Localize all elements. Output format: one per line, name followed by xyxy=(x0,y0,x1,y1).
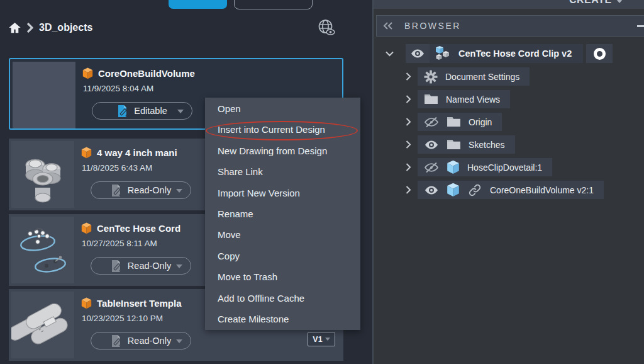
menu-item-share-link[interactable]: Share Link xyxy=(205,161,360,182)
editable-pencil-icon xyxy=(117,105,129,118)
chevron-right-icon[interactable] xyxy=(404,95,413,103)
design-title: CenTec Hose Cord xyxy=(97,223,180,234)
menu-item-new-drawing-from-design[interactable]: New Drawing from Design xyxy=(205,140,360,161)
design-thumbnail-plates xyxy=(11,292,74,358)
browser-row-hoseclipdovetail[interactable]: HoseClipDovetail:1 xyxy=(404,158,552,176)
tree-item-label: HoseClipDovetail:1 xyxy=(467,162,542,173)
browser-panel-title: BROWSER xyxy=(404,21,461,31)
menu-item-move[interactable]: Move xyxy=(205,224,360,245)
browser-row-document-settings[interactable]: Document Settings xyxy=(404,67,530,86)
activate-component-radio[interactable] xyxy=(586,44,613,63)
folder-icon xyxy=(424,93,438,105)
design-cube-icon xyxy=(82,67,93,79)
browser-row-root[interactable]: CenTec Hose Cord Clip v2 xyxy=(385,44,613,63)
access-label: Read-Only xyxy=(128,261,171,271)
minimize-panel-icon[interactable] xyxy=(637,25,644,27)
caret-down-icon xyxy=(616,0,623,3)
design-cube-icon xyxy=(81,222,92,234)
design-thumbnail-manifold xyxy=(11,141,74,208)
visibility-eye-icon[interactable] xyxy=(424,140,439,150)
assembly-icon xyxy=(435,45,451,62)
create-menu-label: CREATE xyxy=(569,0,612,6)
design-cube-icon xyxy=(81,147,92,159)
tree-item-label: Sketches xyxy=(469,140,505,150)
browser-row-sketches[interactable]: Sketches xyxy=(404,135,515,154)
folder-icon xyxy=(447,116,461,128)
body-cube-icon xyxy=(447,183,460,197)
readonly-pencil-icon xyxy=(111,184,123,197)
secondary-action-button[interactable] xyxy=(234,0,313,9)
chevron-right-icon[interactable] xyxy=(404,118,413,126)
access-label: Read-Only xyxy=(128,185,171,195)
menu-item-open[interactable]: Open xyxy=(205,98,360,119)
access-dropdown[interactable]: Read-Only xyxy=(91,332,191,350)
design-date: 11/9/2025 8:04 AM xyxy=(83,84,342,93)
menu-item-move-to-trash[interactable]: Move to Trash xyxy=(205,266,360,287)
tree-item-label: Origin xyxy=(469,117,492,127)
tree-item-label: CoreOneBuildVolume v2:1 xyxy=(490,185,594,195)
home-icon[interactable] xyxy=(9,23,21,33)
browser-panel-header[interactable]: BROWSER xyxy=(376,15,644,37)
main-toolbar: CREATE xyxy=(372,0,644,9)
breadcrumb: 3D_objects xyxy=(9,20,92,35)
menu-item-copy[interactable]: Copy xyxy=(205,246,360,266)
access-dropdown[interactable]: Read-Only xyxy=(91,257,191,275)
fusion-data-panel-screen: 3D_objects CoreOneBuil xyxy=(0,0,644,364)
design-context-menu: Open Insert into Current Design New Draw… xyxy=(205,98,360,330)
version-label: V1 xyxy=(313,335,322,344)
menu-item-insert-into-current-design[interactable]: Insert into Current Design xyxy=(205,119,360,140)
readonly-pencil-icon xyxy=(111,334,123,348)
create-menu[interactable]: CREATE xyxy=(569,0,623,6)
caret-down-icon xyxy=(176,339,182,343)
design-title: CoreOneBuildVolume xyxy=(98,68,195,79)
panel-divider xyxy=(372,0,374,364)
readonly-pencil-icon xyxy=(111,259,123,273)
design-cube-icon xyxy=(81,297,92,309)
gear-icon xyxy=(424,70,438,84)
chevron-right-icon[interactable] xyxy=(404,163,413,171)
body-cube-icon xyxy=(447,160,460,174)
browser-row-coreonebuildvolume[interactable]: CoreOneBuildVolume v2:1 xyxy=(404,181,604,199)
folder-icon xyxy=(447,139,461,151)
menu-item-add-to-offline-cache[interactable]: Add to Offline Cache xyxy=(205,288,360,309)
tree-item-label: Document Settings xyxy=(445,72,519,82)
browser-row-origin[interactable]: Origin xyxy=(404,113,502,131)
visibility-eye-icon[interactable] xyxy=(406,44,430,63)
visibility-off-eye-icon[interactable] xyxy=(424,117,439,128)
web-view-icon[interactable] xyxy=(317,19,336,37)
design-thumbnail xyxy=(13,62,75,128)
tree-item-label: Named Views xyxy=(446,94,500,105)
chevron-right-icon[interactable] xyxy=(404,186,413,194)
caret-down-icon xyxy=(177,110,184,113)
breadcrumb-folder[interactable]: 3D_objects xyxy=(39,22,92,33)
chevron-right-icon[interactable] xyxy=(404,140,413,149)
design-title: TableInsert Templa xyxy=(97,298,181,309)
caret-down-icon xyxy=(176,189,182,193)
breadcrumb-chevron-icon xyxy=(26,23,33,33)
menu-item-create-milestone[interactable]: Create Milestone xyxy=(205,309,360,329)
design-thumbnail-sketch xyxy=(11,217,74,283)
menu-item-import-new-version[interactable]: Import New Version xyxy=(205,183,360,203)
visibility-eye-icon[interactable] xyxy=(424,185,439,195)
caret-down-icon xyxy=(325,338,330,341)
caret-down-icon xyxy=(176,264,182,268)
access-dropdown[interactable]: Editable xyxy=(92,102,192,120)
chevron-down-icon[interactable] xyxy=(385,51,394,57)
access-label: Editable xyxy=(134,106,167,116)
link-icon xyxy=(467,183,482,197)
browser-row-named-views[interactable]: Named Views xyxy=(404,90,510,108)
access-dropdown[interactable]: Read-Only xyxy=(91,181,191,199)
visibility-off-eye-icon[interactable] xyxy=(424,162,439,173)
design-title: 4 way 4 inch mani xyxy=(97,147,177,158)
chevron-right-icon[interactable] xyxy=(404,72,413,81)
menu-item-rename[interactable]: Rename xyxy=(205,203,360,224)
root-component-label[interactable]: CenTec Hose Cord Clip v2 xyxy=(458,48,572,59)
canvas-region: CREATE BROWSER xyxy=(372,0,644,364)
collapse-panel-icon[interactable] xyxy=(383,22,393,30)
primary-action-button[interactable] xyxy=(169,0,227,9)
access-label: Read-Only xyxy=(128,336,171,346)
version-dropdown[interactable]: V1 xyxy=(308,332,335,346)
